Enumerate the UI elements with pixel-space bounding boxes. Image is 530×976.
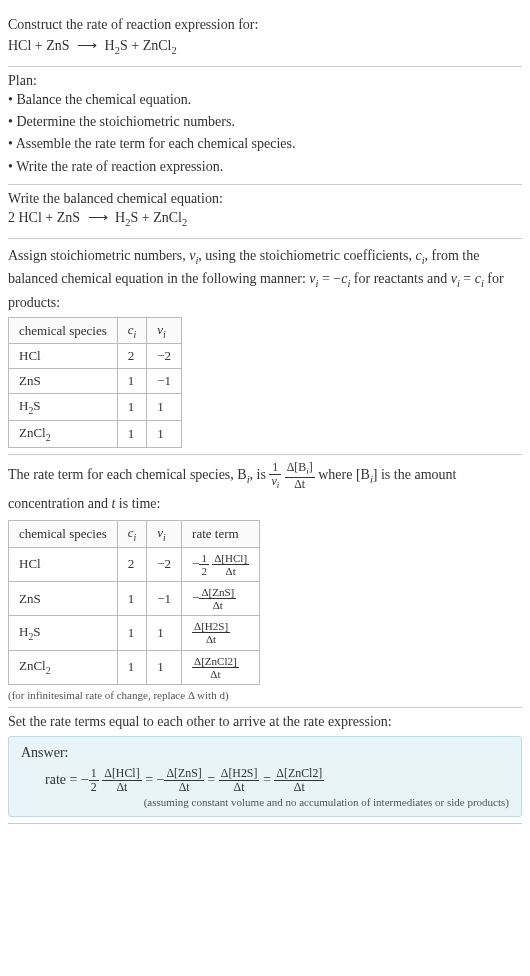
den-text: Δt: [294, 477, 305, 491]
sp-a: H: [19, 624, 28, 639]
plan-item: Write the rate of reaction expression.: [8, 156, 522, 178]
answer-note: (assuming constant volume and no accumul…: [21, 796, 509, 808]
num: 1: [89, 767, 99, 781]
eq: =: [259, 772, 274, 787]
num: Δ[ZnCl2]: [192, 655, 239, 668]
cell-species: H2S: [9, 616, 118, 650]
answer-expression: rate = −12 Δ[HCl]Δt = −Δ[ZnS]Δt = Δ[H2S]…: [21, 767, 509, 794]
stoich-section: Assign stoichiometric numbers, νi, using…: [8, 239, 522, 455]
cell-species: HCl: [9, 344, 118, 369]
reactant-2: ZnS: [46, 38, 69, 53]
num: 1: [269, 461, 281, 475]
cell-rate: Δ[ZnCl2]Δt: [182, 650, 260, 684]
prompt-equation: HCl + ZnS ⟶ H2S + ZnCl2: [8, 35, 522, 60]
sp-b: S: [33, 398, 40, 413]
plan-list: Balance the chemical equation. Determine…: [8, 89, 522, 179]
den: Δt: [192, 668, 239, 680]
num: Δ[H2S]: [219, 767, 260, 781]
answer-box: Answer: rate = −12 Δ[HCl]Δt = −Δ[ZnS]Δt …: [8, 736, 522, 817]
den-sub: i: [277, 480, 279, 490]
den: Δt: [102, 781, 141, 794]
text: The rate term for each chemical species,…: [8, 467, 247, 482]
table-header-row: chemical species ci νi: [9, 317, 182, 344]
col-nui: νi: [147, 521, 182, 548]
num-a: Δ[B: [287, 460, 307, 474]
cell-species: ZnCl2: [9, 421, 118, 448]
cell-c: 2: [117, 547, 147, 581]
delta-frac: Δ[ZnCl2]Δt: [192, 655, 239, 680]
plan-label: Plan:: [8, 73, 522, 89]
den: Δt: [285, 478, 315, 491]
den: Δt: [192, 633, 230, 645]
rateterm-note: (for infinitesimal rate of change, repla…: [8, 689, 522, 701]
coef-1: 2: [8, 210, 15, 225]
eq: =: [204, 772, 219, 787]
product-2a: ZnCl: [143, 38, 172, 53]
prompt-section: Construct the rate of reaction expressio…: [8, 8, 522, 67]
delta-frac: Δ[HCl]Δt: [102, 767, 141, 794]
cell-nu: −1: [147, 369, 182, 394]
delta-frac: Δ[ZnCl2]Δt: [274, 767, 324, 794]
den: 2: [199, 565, 209, 577]
cell-species: ZnCl2: [9, 650, 118, 684]
product-1a: H: [105, 38, 115, 53]
table-row: H2S 1 1 Δ[H2S]Δt: [9, 616, 260, 650]
cell-c: 2: [117, 344, 147, 369]
text: , using the stoichiometric coefficients,: [198, 248, 415, 263]
stoich-table: chemical species ci νi HCl 2 −2 ZnS 1 −1…: [8, 317, 182, 448]
cell-nu: 1: [147, 421, 182, 448]
cell-nu: −2: [147, 344, 182, 369]
delta-frac: Δ[ZnS]Δt: [199, 586, 236, 611]
plan-item: Assemble the rate term for each chemical…: [8, 133, 522, 155]
table-row: H2S 1 1: [9, 394, 182, 421]
cell-nu: −1: [147, 581, 182, 615]
sp-b: S: [33, 624, 40, 639]
bal-sp4-sub: 2: [182, 217, 187, 228]
final-section: Set the rate terms equal to each other t…: [8, 708, 522, 824]
balanced-title: Write the balanced chemical equation:: [8, 191, 522, 207]
rateterm-table: chemical species ci νi rate term HCl 2 −…: [8, 520, 260, 685]
col-ci: ci: [117, 317, 147, 344]
bal-sp2: ZnS: [57, 210, 80, 225]
num: Δ[ZnS]: [164, 767, 203, 781]
bal-sp3a: H: [115, 210, 125, 225]
coef-frac: 12: [89, 767, 99, 794]
delta-frac: Δ[H2S]Δt: [219, 767, 260, 794]
plan-item: Balance the chemical equation.: [8, 89, 522, 111]
coef-frac: 12: [199, 552, 209, 577]
text: where [B: [318, 467, 370, 482]
bal-sp4a: ZnCl: [153, 210, 182, 225]
nui-sub: i: [163, 328, 166, 339]
prompt-title: Construct the rate of reaction expressio…: [8, 14, 522, 35]
col-nui: νi: [147, 317, 182, 344]
ci-sub: i: [134, 328, 137, 339]
col-species: chemical species: [9, 521, 118, 548]
den: Δt: [274, 781, 324, 794]
col-rate: rate term: [182, 521, 260, 548]
num: Δ[ZnCl2]: [274, 767, 324, 781]
frac-1: 1νi: [269, 461, 281, 491]
col-ci: ci: [117, 521, 147, 548]
delta-frac: Δ[H2S]Δt: [192, 620, 230, 645]
cell-c: 1: [117, 616, 147, 650]
delta-frac: Δ[ZnS]Δt: [164, 767, 203, 794]
cell-c: 1: [117, 394, 147, 421]
cell-rate: −12 Δ[HCl]Δt: [182, 547, 260, 581]
table-row: ZnCl2 1 1 Δ[ZnCl2]Δt: [9, 650, 260, 684]
den: 2: [89, 781, 99, 794]
table-header-row: chemical species ci νi rate term: [9, 521, 260, 548]
den: νi: [269, 475, 281, 491]
stoich-intro: Assign stoichiometric numbers, νi, using…: [8, 245, 522, 313]
num-b: ]: [309, 460, 313, 474]
cell-nu: 1: [147, 394, 182, 421]
sp-a: ZnCl: [19, 658, 46, 673]
col-species: chemical species: [9, 317, 118, 344]
text: for reactants and: [350, 271, 450, 286]
table-row: ZnS 1 −1: [9, 369, 182, 394]
text: is time:: [115, 496, 160, 511]
ci-sub: i: [134, 532, 137, 543]
eq: =: [142, 772, 157, 787]
delta-frac: Δ[HCl]Δt: [212, 552, 249, 577]
cell-c: 1: [117, 421, 147, 448]
cell-nu: −2: [147, 547, 182, 581]
